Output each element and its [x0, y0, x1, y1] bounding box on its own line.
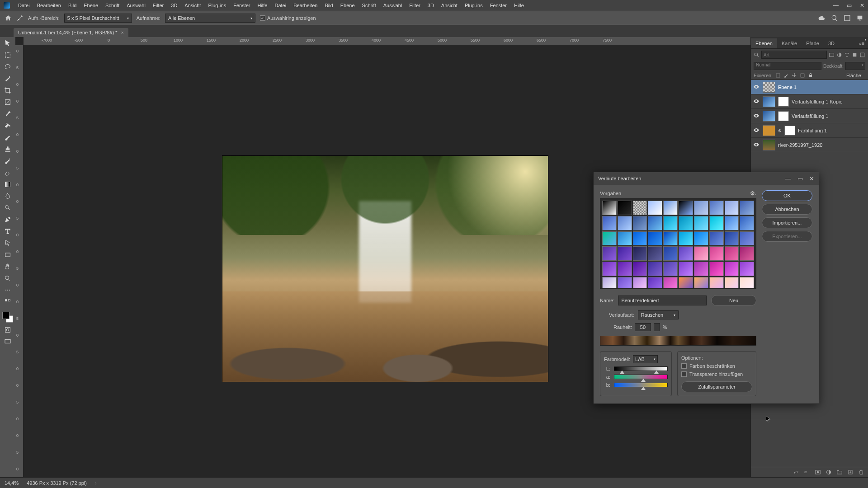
- layer-row[interactable]: Verlaufsfüllung 1 Kopie: [751, 94, 868, 109]
- preset-swatch[interactable]: [633, 201, 647, 215]
- menu-plug-ins[interactable]: Plug-ins: [461, 3, 486, 8]
- color-swatches[interactable]: [2, 312, 13, 323]
- eraser-tool[interactable]: [2, 168, 13, 177]
- preset-swatch[interactable]: [740, 262, 754, 276]
- preset-swatch[interactable]: [694, 201, 708, 215]
- roughness-input[interactable]: [635, 323, 651, 331]
- group-icon[interactable]: [836, 469, 843, 475]
- share-icon[interactable]: [856, 14, 863, 22]
- sample-from-select[interactable]: Alle Ebenen▾: [165, 14, 255, 23]
- hand-tool[interactable]: [2, 262, 13, 271]
- path-select-tool[interactable]: [2, 239, 13, 248]
- menu-bearbeiten[interactable]: Bearbeiten: [290, 3, 321, 8]
- cancel-button[interactable]: Abbrechen: [762, 204, 812, 215]
- preset-swatch[interactable]: [709, 231, 724, 246]
- heal-tool[interactable]: [2, 121, 13, 130]
- cloud-icon[interactable]: [818, 14, 826, 22]
- preset-swatch[interactable]: [633, 231, 647, 246]
- layer-filter-input[interactable]: [761, 51, 827, 59]
- preset-swatch[interactable]: [740, 231, 754, 246]
- menu-auswahl[interactable]: Auswahl: [123, 3, 149, 8]
- menu-fenster[interactable]: Fenster: [230, 3, 254, 8]
- menu-ebene[interactable]: Ebene: [337, 3, 359, 8]
- randomize-button[interactable]: Zufallsparameter: [681, 381, 752, 392]
- zoom-level[interactable]: 14,4%: [5, 480, 19, 486]
- tab-channels[interactable]: Kanäle: [777, 38, 802, 48]
- eyedropper-icon[interactable]: [16, 14, 24, 22]
- layer-row[interactable]: river-2951997_1920: [751, 138, 868, 152]
- filter-image-icon[interactable]: [829, 52, 835, 58]
- history-brush-tool[interactable]: [2, 156, 13, 165]
- slider-a[interactable]: [614, 375, 668, 379]
- preset-swatch[interactable]: [663, 201, 678, 215]
- preset-swatch[interactable]: [679, 246, 693, 261]
- preset-swatch[interactable]: [694, 246, 708, 261]
- gradient-tool[interactable]: [2, 180, 13, 189]
- menu-datei[interactable]: Datei: [14, 3, 33, 8]
- menu-bild[interactable]: Bild: [65, 3, 80, 8]
- menu-filter[interactable]: Filter: [406, 3, 424, 8]
- filter-smart-icon[interactable]: [859, 52, 865, 58]
- frame-tool[interactable]: [2, 98, 13, 107]
- menu-schrift[interactable]: Schrift: [359, 3, 380, 8]
- home-icon[interactable]: [5, 14, 12, 22]
- preset-swatch[interactable]: [633, 246, 647, 261]
- menu-schrift[interactable]: Schrift: [102, 3, 123, 8]
- dialog-maximize-icon[interactable]: ▭: [797, 175, 803, 182]
- restrict-colors-checkbox[interactable]: Farben beschränken: [681, 363, 752, 369]
- add-transparency-checkbox[interactable]: Transparenz hinzufügen: [681, 371, 752, 377]
- preset-swatch[interactable]: [740, 216, 754, 230]
- preset-swatch[interactable]: [618, 277, 632, 289]
- edit-toolbar[interactable]: [2, 297, 13, 306]
- filter-type-icon[interactable]: [844, 52, 850, 58]
- lasso-tool[interactable]: [2, 62, 13, 71]
- preset-swatch[interactable]: [663, 277, 678, 289]
- layer-mask-thumbnail[interactable]: [778, 111, 789, 121]
- preset-swatch[interactable]: [725, 201, 739, 215]
- preset-swatch[interactable]: [740, 277, 754, 289]
- preset-swatch[interactable]: [602, 262, 617, 276]
- preset-swatch[interactable]: [648, 201, 662, 215]
- presets-gear-icon[interactable]: ⚙.: [750, 190, 756, 197]
- menu-3d[interactable]: 3D: [167, 3, 181, 8]
- layer-visibility-icon[interactable]: [753, 84, 760, 91]
- lock-pixels-icon[interactable]: [775, 73, 781, 78]
- blend-mode-select[interactable]: Normal: [754, 62, 821, 70]
- zoom-tool[interactable]: [2, 274, 13, 283]
- layer-name[interactable]: river-2951997_1920: [778, 142, 822, 148]
- tab-3d[interactable]: 3D: [824, 38, 839, 48]
- quickmask-tool[interactable]: [2, 325, 13, 334]
- fx-icon[interactable]: fx: [804, 469, 810, 475]
- frame-icon[interactable]: [844, 14, 851, 22]
- preset-swatch[interactable]: [618, 246, 632, 261]
- preset-swatch[interactable]: [633, 277, 647, 289]
- layer-name[interactable]: Ebene 1: [778, 84, 797, 90]
- preset-swatch[interactable]: [709, 262, 724, 276]
- preset-swatch[interactable]: [648, 216, 662, 230]
- preset-swatch[interactable]: [648, 277, 662, 289]
- preset-swatch[interactable]: [618, 231, 632, 246]
- preset-swatch[interactable]: [618, 262, 632, 276]
- preset-swatch[interactable]: [740, 246, 754, 261]
- menu-fenster[interactable]: Fenster: [486, 3, 510, 8]
- rectangle-tool[interactable]: [2, 250, 13, 259]
- eyedropper-tool[interactable]: [2, 109, 13, 118]
- menu-3d[interactable]: 3D: [424, 3, 438, 8]
- menu-ansicht[interactable]: Ansicht: [181, 3, 204, 8]
- lock-position-icon[interactable]: [792, 73, 797, 78]
- preset-swatch[interactable]: [725, 277, 739, 289]
- preset-swatch[interactable]: [694, 277, 708, 289]
- status-arrow-icon[interactable]: ›: [95, 480, 97, 486]
- layer-thumbnail[interactable]: [763, 82, 775, 93]
- sample-size-select[interactable]: 5 x 5 Pixel Durchschnitt▾: [64, 14, 132, 23]
- preset-swatch[interactable]: [663, 216, 678, 230]
- dialog-minimize-icon[interactable]: —: [785, 175, 791, 182]
- minimize-icon[interactable]: —: [833, 2, 839, 9]
- preset-swatch[interactable]: [709, 216, 724, 230]
- layer-name[interactable]: Farbfüllung 1: [798, 128, 827, 133]
- preset-swatch[interactable]: [602, 246, 617, 261]
- slider-b[interactable]: [614, 383, 668, 387]
- show-ring-checkbox[interactable]: ✓ Auswahlring anzeigen: [260, 15, 316, 21]
- preset-swatch[interactable]: [618, 201, 632, 215]
- tab-layers[interactable]: Ebenen: [751, 38, 777, 48]
